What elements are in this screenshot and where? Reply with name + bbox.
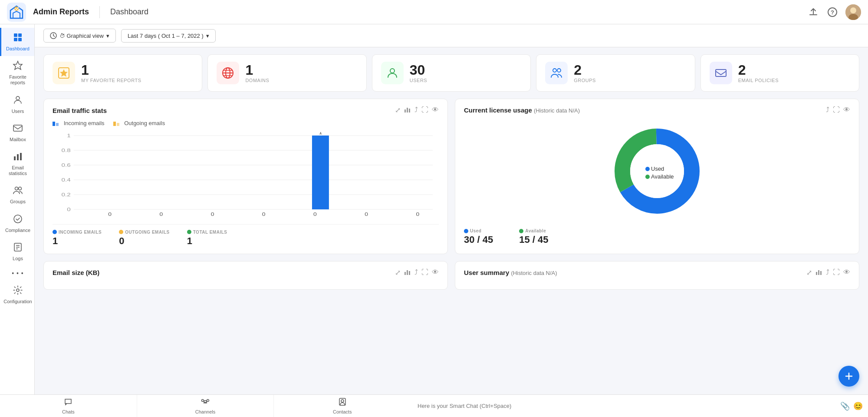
attachment-icon[interactable]: 📎 (840, 401, 850, 411)
groups-stat-icon (545, 62, 568, 84)
smart-chat-input[interactable] (411, 395, 835, 417)
svg-marker-11 (13, 61, 22, 70)
svg-point-12 (16, 96, 20, 100)
sidebar-item-groups[interactable]: Groups (0, 181, 34, 209)
chats-label: Chats (62, 409, 75, 414)
fullscreen-icon[interactable]: ⛶ (421, 106, 428, 115)
used-dot (464, 229, 468, 233)
star-icon (13, 60, 23, 73)
mailbox-icon (13, 123, 23, 135)
svg-rect-39 (409, 109, 410, 113)
header-divider (99, 6, 100, 18)
svg-text:?: ? (831, 9, 834, 16)
avatar[interactable] (845, 4, 861, 20)
sidebar-item-logs[interactable]: Logs (0, 238, 34, 266)
sidebar-item-email-statistics[interactable]: Email statistics (0, 147, 34, 181)
user-summary-hide-icon[interactable]: 👁 (843, 268, 850, 277)
header-icons: ? (807, 4, 861, 20)
contacts-label: Contacts (333, 409, 352, 414)
sidebar-item-logs-label: Logs (13, 256, 23, 261)
svg-rect-9 (14, 38, 17, 41)
bar-chart-area: 1 0.8 0.6 0.4 0.2 0 (53, 132, 439, 219)
bar-chart-legend: Incoming emails Outgoing emails (53, 120, 439, 127)
app-logo[interactable] (7, 3, 26, 22)
license-share-icon[interactable]: ⤴ (826, 106, 829, 114)
graphical-view-button[interactable]: ⏱ Graphical view ▾ (43, 29, 116, 43)
sidebar-item-mailbox[interactable]: Mailbox (0, 119, 34, 147)
outgoing-stat: OUTGOING EMAILS 0 (119, 230, 170, 247)
svg-rect-8 (18, 33, 22, 37)
svg-point-77 (645, 175, 650, 179)
license-fullscreen-icon[interactable]: ⛶ (833, 106, 840, 114)
date-range-button[interactable]: Last 7 days ( Oct 1 – 7, 2022 ) ▾ (121, 29, 216, 43)
sidebar-item-dashboard[interactable]: Dashboard (0, 28, 34, 56)
svg-point-17 (15, 187, 18, 190)
expand-icon[interactable]: ⤢ (395, 106, 401, 115)
email-size-title: Email size (KB) (53, 269, 99, 276)
available-dot (519, 229, 523, 233)
email-size-fullscreen-icon[interactable]: ⛶ (421, 268, 428, 277)
bottom-nav: Chats Channels Contacts (0, 395, 411, 417)
hide-icon[interactable]: 👁 (432, 106, 439, 115)
used-stat-label: Used (464, 228, 493, 233)
sidebar-item-configuration[interactable]: Configuration (0, 281, 34, 309)
user-summary-fullscreen-icon[interactable]: ⛶ (833, 268, 840, 277)
upload-icon[interactable] (807, 6, 819, 18)
users-label: USERS (410, 78, 427, 83)
email-size-bar-icon[interactable] (404, 268, 411, 277)
user-summary-header: User summary (Historic data N/A) ⤢ ⤴ ⛶ 👁 (464, 268, 850, 277)
contacts-icon (338, 397, 347, 408)
bottom-nav-channels[interactable]: Channels (137, 395, 274, 417)
incoming-stat: INCOMING EMAILS 1 (53, 230, 102, 247)
bottom-nav-contacts[interactable]: Contacts (274, 395, 411, 417)
favorite-reports-icon (53, 62, 75, 84)
email-size-expand-icon[interactable]: ⤢ (395, 268, 401, 277)
toolbar: ⏱ Graphical view ▾ Last 7 days ( Oct 1 –… (35, 24, 868, 47)
bottom-bar: Chats Channels Contacts 📎 😊 (0, 394, 868, 417)
svg-text:0: 0 (416, 212, 419, 217)
fab-button[interactable] (838, 366, 859, 387)
svg-text:0: 0 (262, 212, 266, 217)
emoji-icon[interactable]: 😊 (853, 401, 863, 411)
domains-label: DOMAINS (245, 78, 269, 83)
available-stat-label: Available (519, 228, 548, 233)
svg-rect-79 (404, 272, 406, 275)
total-stat-value: 1 (187, 235, 227, 247)
email-size-hide-icon[interactable]: 👁 (432, 268, 439, 277)
svg-rect-15 (17, 154, 19, 160)
available-stat: Available 15 / 45 (519, 228, 548, 245)
share-icon[interactable]: ⤴ (414, 106, 418, 115)
svg-text:0: 0 (211, 212, 214, 217)
svg-text:1: 1 (319, 132, 322, 135)
license-hide-icon[interactable]: 👁 (843, 106, 850, 114)
svg-text:0: 0 (365, 212, 368, 217)
svg-rect-10 (18, 38, 22, 41)
users-icon (13, 95, 23, 107)
total-stat: TOTAL EMAILS 1 (187, 230, 227, 247)
email-size-share-icon[interactable]: ⤴ (414, 268, 418, 277)
svg-point-18 (19, 187, 22, 190)
svg-point-89 (341, 400, 344, 402)
sidebar-item-users[interactable]: Users (0, 90, 34, 119)
user-summary-share-icon[interactable]: ⤴ (826, 268, 829, 277)
email-size-card: Email size (KB) ⤢ ⤴ ⛶ 👁 (43, 261, 448, 290)
stat-card-groups: 2 GROUPS (536, 54, 695, 92)
stat-card-users: 30 USERS (372, 54, 531, 92)
user-summary-bar-icon[interactable] (815, 268, 822, 277)
sidebar-item-favorite-reports[interactable]: Favorite reports (0, 56, 34, 90)
chart-icon (13, 151, 23, 163)
donut-chart-svg: Used Available (609, 123, 705, 219)
bottom-nav-chats[interactable]: Chats (0, 395, 137, 417)
email-traffic-header: Email traffic stats ⤢ ⤴ ⛶ 👁 (53, 106, 439, 115)
sidebar-item-more[interactable]: • • • (0, 266, 34, 281)
svg-point-24 (16, 289, 19, 291)
user-summary-expand-icon[interactable]: ⤢ (806, 268, 812, 277)
sidebar-item-compliance[interactable]: Compliance (0, 209, 34, 238)
charts-row-2: Email size (KB) ⤢ ⤴ ⛶ 👁 (43, 261, 859, 290)
groups-label: GROUPS (574, 78, 596, 83)
svg-rect-81 (409, 271, 410, 275)
help-icon[interactable]: ? (826, 6, 838, 18)
stat-card-email-policies: 2 EMAIL POLICIES (700, 54, 859, 92)
channels-icon (201, 397, 210, 408)
bar-chart-icon[interactable] (404, 106, 411, 115)
